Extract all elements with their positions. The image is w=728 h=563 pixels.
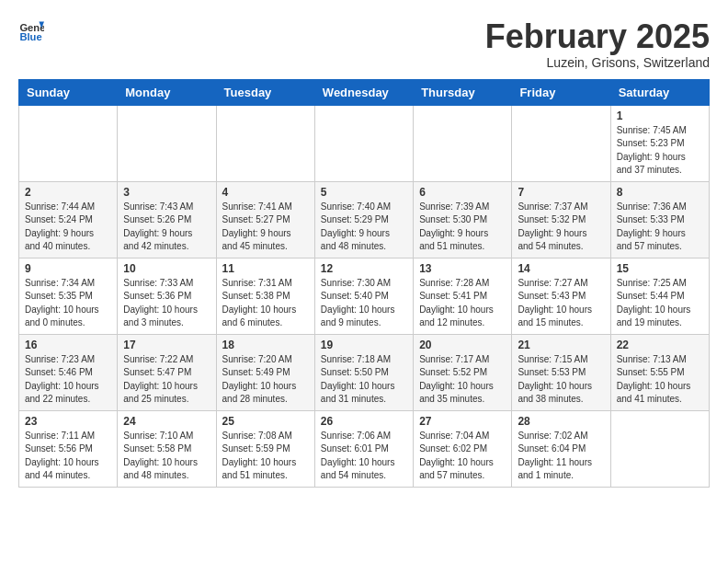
calendar-cell: 1Sunrise: 7:45 AM Sunset: 5:23 PM Daylig…	[610, 105, 709, 181]
location: Luzein, Grisons, Switzerland	[485, 55, 710, 70]
calendar-cell: 19Sunrise: 7:18 AM Sunset: 5:50 PM Dayli…	[314, 334, 413, 410]
calendar-cell: 10Sunrise: 7:33 AM Sunset: 5:36 PM Dayli…	[118, 258, 216, 334]
day-info: Sunrise: 7:34 AM Sunset: 5:35 PM Dayligh…	[25, 277, 111, 330]
calendar-cell: 4Sunrise: 7:41 AM Sunset: 5:27 PM Daylig…	[216, 181, 314, 258]
weekday-header-monday: Monday	[118, 79, 216, 105]
day-number: 4	[222, 186, 309, 199]
day-info: Sunrise: 7:02 AM Sunset: 6:04 PM Dayligh…	[518, 430, 604, 483]
calendar-cell	[19, 105, 118, 181]
day-info: Sunrise: 7:20 AM Sunset: 5:49 PM Dayligh…	[222, 353, 309, 407]
day-number: 9	[25, 262, 111, 275]
week-row-1: 1Sunrise: 7:45 AM Sunset: 5:23 PM Daylig…	[19, 105, 710, 181]
day-info: Sunrise: 7:04 AM Sunset: 6:02 PM Dayligh…	[419, 430, 506, 483]
day-info: Sunrise: 7:40 AM Sunset: 5:29 PM Dayligh…	[321, 201, 407, 254]
day-info: Sunrise: 7:28 AM Sunset: 5:41 PM Dayligh…	[419, 277, 506, 330]
day-number: 8	[617, 186, 703, 199]
day-info: Sunrise: 7:31 AM Sunset: 5:38 PM Dayligh…	[222, 277, 309, 330]
calendar-cell: 24Sunrise: 7:10 AM Sunset: 5:58 PM Dayli…	[118, 410, 216, 487]
calendar-cell: 7Sunrise: 7:37 AM Sunset: 5:32 PM Daylig…	[512, 181, 610, 258]
calendar: SundayMondayTuesdayWednesdayThursdayFrid…	[18, 79, 710, 488]
day-info: Sunrise: 7:45 AM Sunset: 5:23 PM Dayligh…	[617, 124, 703, 178]
day-number: 23	[25, 415, 111, 428]
day-info: Sunrise: 7:43 AM Sunset: 5:26 PM Dayligh…	[123, 201, 210, 254]
calendar-cell: 28Sunrise: 7:02 AM Sunset: 6:04 PM Dayli…	[512, 410, 610, 487]
calendar-cell: 20Sunrise: 7:17 AM Sunset: 5:52 PM Dayli…	[414, 334, 512, 410]
calendar-cell	[414, 105, 512, 181]
week-row-2: 2Sunrise: 7:44 AM Sunset: 5:24 PM Daylig…	[19, 181, 710, 258]
day-number: 24	[123, 415, 210, 428]
weekday-header-row: SundayMondayTuesdayWednesdayThursdayFrid…	[19, 79, 710, 105]
calendar-cell: 25Sunrise: 7:08 AM Sunset: 5:59 PM Dayli…	[216, 410, 314, 487]
calendar-cell: 12Sunrise: 7:30 AM Sunset: 5:40 PM Dayli…	[314, 258, 413, 334]
calendar-cell	[314, 105, 413, 181]
page-header: General Blue February 2025 Luzein, Griso…	[18, 18, 710, 70]
day-number: 13	[419, 262, 506, 275]
day-number: 22	[617, 339, 703, 351]
day-info: Sunrise: 7:33 AM Sunset: 5:36 PM Dayligh…	[123, 277, 210, 330]
weekday-header-saturday: Saturday	[610, 79, 709, 105]
calendar-cell	[610, 410, 709, 487]
calendar-cell: 13Sunrise: 7:28 AM Sunset: 5:41 PM Dayli…	[414, 258, 512, 334]
title-block: February 2025 Luzein, Grisons, Switzerla…	[485, 18, 710, 70]
day-info: Sunrise: 7:25 AM Sunset: 5:44 PM Dayligh…	[617, 277, 703, 330]
month-title: February 2025	[485, 18, 710, 55]
calendar-cell: 11Sunrise: 7:31 AM Sunset: 5:38 PM Dayli…	[216, 258, 314, 334]
day-number: 21	[518, 339, 604, 351]
day-number: 6	[419, 186, 506, 199]
calendar-cell: 16Sunrise: 7:23 AM Sunset: 5:46 PM Dayli…	[19, 334, 118, 410]
day-info: Sunrise: 7:37 AM Sunset: 5:32 PM Dayligh…	[518, 201, 604, 254]
logo: General Blue	[18, 18, 44, 44]
day-info: Sunrise: 7:27 AM Sunset: 5:43 PM Dayligh…	[518, 277, 604, 330]
day-number: 7	[518, 186, 604, 199]
calendar-cell	[118, 105, 216, 181]
calendar-cell: 3Sunrise: 7:43 AM Sunset: 5:26 PM Daylig…	[118, 181, 216, 258]
day-number: 28	[518, 415, 604, 428]
day-number: 25	[222, 415, 309, 428]
day-number: 18	[222, 339, 309, 351]
day-number: 17	[123, 339, 210, 351]
day-number: 3	[123, 186, 210, 199]
calendar-cell: 23Sunrise: 7:11 AM Sunset: 5:56 PM Dayli…	[19, 410, 118, 487]
day-info: Sunrise: 7:30 AM Sunset: 5:40 PM Dayligh…	[321, 277, 407, 330]
day-number: 14	[518, 262, 604, 275]
day-number: 15	[617, 262, 703, 275]
calendar-cell: 17Sunrise: 7:22 AM Sunset: 5:47 PM Dayli…	[118, 334, 216, 410]
calendar-cell: 26Sunrise: 7:06 AM Sunset: 6:01 PM Dayli…	[314, 410, 413, 487]
weekday-header-sunday: Sunday	[19, 79, 118, 105]
day-info: Sunrise: 7:15 AM Sunset: 5:53 PM Dayligh…	[518, 353, 604, 407]
day-info: Sunrise: 7:10 AM Sunset: 5:58 PM Dayligh…	[123, 430, 210, 483]
day-info: Sunrise: 7:11 AM Sunset: 5:56 PM Dayligh…	[25, 430, 111, 483]
calendar-cell: 9Sunrise: 7:34 AM Sunset: 5:35 PM Daylig…	[19, 258, 118, 334]
week-row-3: 9Sunrise: 7:34 AM Sunset: 5:35 PM Daylig…	[19, 258, 710, 334]
day-number: 19	[321, 339, 407, 351]
day-number: 2	[25, 186, 111, 199]
day-info: Sunrise: 7:39 AM Sunset: 5:30 PM Dayligh…	[419, 201, 506, 254]
day-info: Sunrise: 7:06 AM Sunset: 6:01 PM Dayligh…	[321, 430, 407, 483]
day-info: Sunrise: 7:08 AM Sunset: 5:59 PM Dayligh…	[222, 430, 309, 483]
day-info: Sunrise: 7:41 AM Sunset: 5:27 PM Dayligh…	[222, 201, 309, 254]
day-number: 11	[222, 262, 309, 275]
day-number: 10	[123, 262, 210, 275]
calendar-cell	[512, 105, 610, 181]
day-number: 27	[419, 415, 506, 428]
day-info: Sunrise: 7:23 AM Sunset: 5:46 PM Dayligh…	[25, 353, 111, 407]
calendar-cell: 8Sunrise: 7:36 AM Sunset: 5:33 PM Daylig…	[610, 181, 709, 258]
weekday-header-tuesday: Tuesday	[216, 79, 314, 105]
day-number: 12	[321, 262, 407, 275]
day-info: Sunrise: 7:36 AM Sunset: 5:33 PM Dayligh…	[617, 201, 703, 254]
day-number: 26	[321, 415, 407, 428]
day-info: Sunrise: 7:13 AM Sunset: 5:55 PM Dayligh…	[617, 353, 703, 407]
logo-icon: General Blue	[18, 18, 44, 44]
weekday-header-wednesday: Wednesday	[314, 79, 413, 105]
calendar-cell: 6Sunrise: 7:39 AM Sunset: 5:30 PM Daylig…	[414, 181, 512, 258]
calendar-cell: 27Sunrise: 7:04 AM Sunset: 6:02 PM Dayli…	[414, 410, 512, 487]
calendar-cell: 21Sunrise: 7:15 AM Sunset: 5:53 PM Dayli…	[512, 334, 610, 410]
day-info: Sunrise: 7:44 AM Sunset: 5:24 PM Dayligh…	[25, 201, 111, 254]
svg-text:Blue: Blue	[19, 31, 41, 42]
day-number: 5	[321, 186, 407, 199]
calendar-cell: 14Sunrise: 7:27 AM Sunset: 5:43 PM Dayli…	[512, 258, 610, 334]
day-info: Sunrise: 7:17 AM Sunset: 5:52 PM Dayligh…	[419, 353, 506, 407]
week-row-4: 16Sunrise: 7:23 AM Sunset: 5:46 PM Dayli…	[19, 334, 710, 410]
day-number: 1	[617, 109, 703, 122]
calendar-cell: 2Sunrise: 7:44 AM Sunset: 5:24 PM Daylig…	[19, 181, 118, 258]
